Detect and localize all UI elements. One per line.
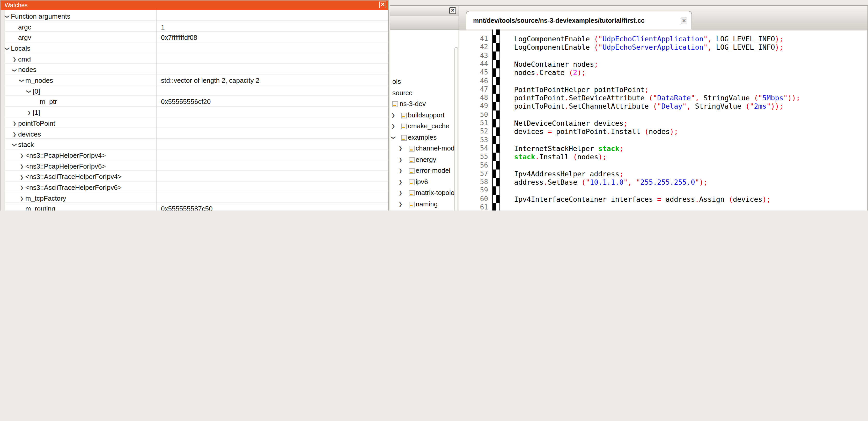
chevron-right-icon[interactable]: ❯ xyxy=(399,180,402,185)
chevron-down-icon[interactable]: ❯ xyxy=(5,46,10,51)
tree-vscrollbar-thumb[interactable] xyxy=(455,47,458,210)
line-number[interactable]: 52 xyxy=(458,128,488,136)
chevron-down-icon[interactable]: ❯ xyxy=(26,89,32,94)
watch-row[interactable]: ❯cmd xyxy=(1,54,388,64)
tree-item-error-model[interactable]: ❯error-model xyxy=(390,166,459,177)
tree-item-label: error-model xyxy=(415,167,450,174)
chevron-right-icon[interactable]: ❯ xyxy=(19,153,24,158)
tree-item-channel-mod[interactable]: ❯channel-mod xyxy=(390,143,459,155)
tree-item-label: matrix-topolo xyxy=(415,189,455,197)
line-number[interactable]: 50 xyxy=(458,110,488,119)
watch-label: [1] xyxy=(33,108,40,117)
chevron-right-icon[interactable]: ❯ xyxy=(12,132,17,137)
watch-label: <ns3::AsciiTraceHelperForIpv4> xyxy=(25,173,122,181)
watch-row[interactable]: m_routing0x555555587c50 xyxy=(1,203,388,210)
line-number[interactable]: 42 xyxy=(458,43,488,52)
chevron-down-icon[interactable]: ❯ xyxy=(391,135,396,139)
close-icon[interactable]: ✕ xyxy=(681,17,687,24)
watch-row[interactable]: ❯<ns3::PcapHelperForIpv4> xyxy=(1,150,388,161)
close-icon[interactable]: ✕ xyxy=(379,2,386,8)
line-number[interactable]: 49 xyxy=(458,102,488,111)
watch-label: argc xyxy=(18,23,31,31)
line-number[interactable]: 61 xyxy=(458,203,488,210)
chevron-right-icon[interactable]: ❯ xyxy=(12,121,17,126)
line-number[interactable]: 59 xyxy=(458,187,488,195)
watch-row[interactable]: argc1 xyxy=(1,22,388,32)
tree-item-energy[interactable]: ❯energy xyxy=(390,155,459,166)
watch-row[interactable]: ❯pointToPoint xyxy=(1,118,388,129)
tree-item-source[interactable]: source xyxy=(390,88,459,99)
line-number[interactable]: 56 xyxy=(458,161,488,170)
watch-row[interactable]: ❯<ns3::AsciiTraceHelperForIpv4> xyxy=(1,171,388,182)
code-line-45: nodes.Create (2); xyxy=(506,68,586,77)
watch-row[interactable]: ❯m_nodesstd::vector of length 2, capacit… xyxy=(1,75,388,86)
line-number[interactable]: 57 xyxy=(458,170,488,178)
chevron-right-icon[interactable]: ❯ xyxy=(19,164,24,169)
folder-icon xyxy=(409,202,414,207)
chevron-down-icon[interactable]: ❯ xyxy=(19,78,24,83)
tree-item-ns-3-dev[interactable]: ns-3-dev xyxy=(390,99,459,110)
watch-row[interactable]: ❯nodes xyxy=(1,64,388,75)
line-number[interactable]: 41 xyxy=(458,35,488,43)
chevron-right-icon[interactable]: ❯ xyxy=(12,57,17,62)
line-number[interactable]: 60 xyxy=(458,195,488,203)
chevron-down-icon[interactable]: ❯ xyxy=(5,14,10,19)
tree-item-realtime[interactable]: ❯realtime xyxy=(390,210,459,211)
line-number[interactable]: 47 xyxy=(458,85,488,94)
watch-row[interactable]: ❯[1] xyxy=(1,107,388,118)
tree-item-examples[interactable]: ❯examples xyxy=(390,132,459,143)
chevron-right-icon[interactable]: ❯ xyxy=(399,146,402,151)
line-number[interactable]: 54 xyxy=(458,144,488,153)
tree-item-ols[interactable]: ols xyxy=(390,77,459,88)
watch-label: <ns3::PcapHelperForIpv4> xyxy=(25,152,106,159)
chevron-right-icon[interactable]: ❯ xyxy=(391,113,395,118)
tree-item-ipv6[interactable]: ❯ipv6 xyxy=(390,177,459,188)
watch-row[interactable]: ❯devices xyxy=(1,129,388,139)
watch-row[interactable]: argv0x7fffffffdf08 xyxy=(1,32,388,43)
line-number[interactable]: 51 xyxy=(458,119,488,128)
line-number[interactable]: 43 xyxy=(458,52,488,60)
chevron-right-icon[interactable]: ❯ xyxy=(19,174,24,180)
chevron-right-icon[interactable]: ❯ xyxy=(399,202,402,207)
line-number[interactable]: 55 xyxy=(458,153,488,161)
tree-item-buildsupport[interactable]: ❯buildsupport xyxy=(390,110,459,121)
file-tree[interactable]: olssourcens-3-dev❯buildsupport❯cmake_cac… xyxy=(390,30,459,210)
tree-item-naming[interactable]: ❯naming xyxy=(390,199,459,210)
watch-row[interactable]: ❯Locals xyxy=(1,43,388,54)
chevron-down-icon[interactable]: ❯ xyxy=(12,142,17,148)
watch-row[interactable]: ❯<ns3::AsciiTraceHelperForIpv6> xyxy=(1,182,388,193)
chevron-right-icon[interactable]: ❯ xyxy=(391,124,395,129)
chevron-right-icon[interactable]: ❯ xyxy=(19,196,24,201)
chevron-right-icon[interactable]: ❯ xyxy=(26,110,32,116)
tree-titlebar[interactable]: ✕ xyxy=(390,6,459,15)
code-editor[interactable]: 4142434445464748495051525354555657585960… xyxy=(458,30,867,210)
chevron-right-icon[interactable]: ❯ xyxy=(399,168,402,173)
chevron-down-icon[interactable]: ❯ xyxy=(12,67,17,73)
editor-tab-first-cc[interactable]: mnt/dev/tools/source/ns-3-dev/examples/t… xyxy=(466,11,692,30)
editor-tabbar: mnt/dev/tools/source/ns-3-dev/examples/t… xyxy=(458,6,867,30)
watch-row[interactable]: ❯Function arguments xyxy=(1,11,388,22)
watches-tree[interactable]: ❯Function argumentsargc1argv0x7fffffffdf… xyxy=(1,10,388,210)
tree-item-matrix-topolo[interactable]: ❯matrix-topolo xyxy=(390,188,459,199)
watch-row[interactable]: ❯m_tcpFactory xyxy=(1,193,388,203)
tree-item-cmake-cache[interactable]: ❯cmake_cache xyxy=(390,121,459,132)
close-icon[interactable]: ✕ xyxy=(449,7,456,14)
watch-row[interactable]: ❯[0] xyxy=(1,86,388,96)
watch-row[interactable]: ❯<ns3::PcapHelperForIpv6> xyxy=(1,161,388,171)
chevron-right-icon[interactable]: ❯ xyxy=(399,157,402,162)
line-number[interactable]: 58 xyxy=(458,178,488,187)
watch-row[interactable]: ❯stack xyxy=(1,139,388,150)
line-number[interactable]: 46 xyxy=(458,77,488,85)
watch-row[interactable]: m_ptr0x55555556cf20 xyxy=(1,96,388,107)
line-number[interactable]: 45 xyxy=(458,68,488,77)
code-line-54: InternetStackHelper stack; xyxy=(506,144,623,153)
line-number[interactable]: 48 xyxy=(458,94,488,102)
code-line-47: PointToPointHelper pointToPoint; xyxy=(506,85,649,94)
watch-value: 0x555555587c50 xyxy=(161,203,213,210)
chevron-right-icon[interactable]: ❯ xyxy=(19,185,24,190)
line-number[interactable]: 53 xyxy=(458,136,488,144)
chevron-right-icon[interactable]: ❯ xyxy=(399,191,402,196)
watches-titlebar[interactable]: Watches ✕ xyxy=(1,1,388,10)
line-number[interactable]: 44 xyxy=(458,60,488,68)
fold-margin[interactable] xyxy=(492,30,500,210)
